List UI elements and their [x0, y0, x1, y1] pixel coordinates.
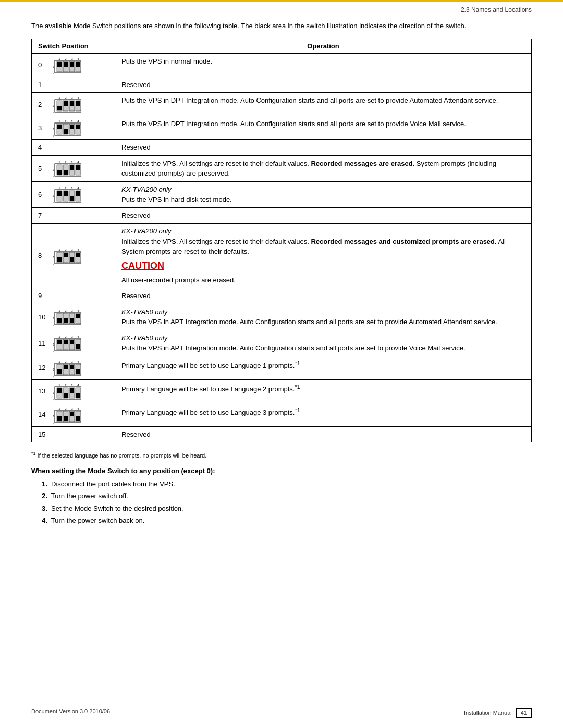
svg-rect-89	[76, 253, 80, 257]
position-cell: 10123401	[32, 304, 115, 330]
svg-rect-40	[64, 129, 68, 134]
svg-rect-29	[76, 101, 80, 106]
dip-switch-icon: 123401	[53, 308, 81, 326]
svg-text:4: 4	[77, 187, 79, 190]
svg-text:1: 1	[58, 360, 60, 363]
svg-rect-8	[57, 62, 62, 67]
switch-container: 13123401	[38, 382, 108, 400]
position-cell: 1	[32, 77, 115, 93]
footer-page: 41	[516, 708, 532, 718]
svg-text:0: 0	[53, 194, 54, 198]
svg-text:2: 2	[65, 384, 67, 387]
table-row: 14123401Primary Language will be set to …	[32, 403, 532, 426]
table-row: 13123401Primary Language will be set to …	[32, 379, 532, 403]
table-row: 9Reserved	[32, 288, 532, 304]
svg-rect-72	[70, 196, 74, 201]
position-number: 10	[38, 313, 48, 321]
svg-text:3: 3	[71, 384, 73, 387]
table-row: 4Reserved	[32, 140, 532, 156]
position-number: 2	[38, 101, 48, 108]
svg-text:1: 1	[58, 407, 60, 410]
svg-text:1: 1	[53, 422, 54, 424]
svg-rect-70	[64, 191, 68, 196]
operation-cell: Puts the VPS in DPT Integration mode. Au…	[115, 93, 532, 116]
table-row: 0123401Puts the VPS in normal mode.	[32, 53, 532, 77]
svg-text:1: 1	[58, 248, 60, 251]
table-row: 11123401KX-TVA50 onlyPuts the VPS in APT…	[32, 330, 532, 356]
table-row: 6123401KX-TVA200 onlyPuts the VPS in har…	[32, 181, 532, 207]
bold-operation-text: Recorded messages and customized prompts…	[311, 238, 496, 245]
operation-text: Puts the VPS in normal mode.	[121, 57, 212, 65]
list-item: 4. Turn the power switch back on.	[42, 515, 532, 526]
table-row: 1Reserved	[32, 77, 532, 93]
svg-rect-44	[76, 125, 80, 129]
position-cell: 7	[32, 207, 115, 224]
svg-text:1: 1	[53, 324, 54, 326]
footer-left: Document Version 3.0 2010/06	[31, 708, 110, 718]
svg-rect-104	[76, 314, 80, 318]
position-cell: 2123401	[32, 93, 115, 116]
switch-container: 4	[38, 143, 108, 151]
table-row: 3123401Puts the VPS in DPT Integration m…	[32, 116, 532, 140]
svg-text:1: 1	[53, 399, 54, 400]
svg-text:1: 1	[53, 176, 54, 177]
footnote: *1 If the selected language has no promp…	[31, 451, 532, 459]
dip-switch-icon: 123401	[53, 334, 81, 352]
svg-text:1: 1	[53, 375, 54, 377]
italic-label: KX-TVA200 only	[121, 227, 171, 235]
svg-text:3: 3	[71, 120, 73, 123]
operation-text: Initializes the VPS. All settings are re…	[121, 238, 311, 245]
position-number: 12	[38, 364, 48, 372]
svg-text:3: 3	[71, 309, 73, 312]
svg-text:0: 0	[53, 368, 54, 371]
switch-container: 1	[38, 81, 108, 89]
svg-rect-25	[64, 101, 68, 106]
svg-text:4: 4	[77, 161, 79, 164]
svg-rect-130	[64, 365, 68, 369]
svg-rect-85	[64, 253, 68, 257]
svg-rect-59	[76, 165, 80, 170]
dip-switch-icon: 123401	[53, 119, 81, 137]
position-number: 14	[38, 411, 48, 418]
footer-right: Installation Manual 41	[464, 708, 532, 718]
svg-text:0: 0	[53, 415, 54, 418]
svg-text:1: 1	[58, 57, 60, 60]
svg-text:0: 0	[53, 168, 54, 171]
switch-container: 8123401	[38, 247, 108, 265]
dip-switch-icon: 123401	[53, 56, 81, 74]
position-number: 15	[38, 430, 48, 438]
svg-rect-14	[76, 62, 80, 67]
svg-text:4: 4	[77, 120, 79, 123]
svg-rect-119	[76, 344, 80, 349]
operation-text: Reserved	[121, 81, 151, 89]
operation-text: Reserved	[121, 292, 151, 300]
svg-text:1: 1	[53, 112, 54, 113]
svg-text:1: 1	[53, 72, 54, 74]
operation-text: Primary Language will be set to use Lang…	[121, 409, 300, 416]
svg-rect-117	[70, 340, 74, 344]
switch-container: 6123401	[38, 186, 108, 203]
svg-rect-113	[57, 340, 62, 344]
dip-switch-icon: 123401	[53, 382, 81, 400]
position-cell: 6123401	[32, 181, 115, 207]
position-cell: 15	[32, 426, 115, 442]
position-cell: 9	[32, 288, 115, 304]
svg-text:3: 3	[71, 187, 73, 190]
position-number: 9	[38, 292, 48, 300]
operation-cell: Reserved	[115, 77, 532, 93]
svg-rect-83	[57, 257, 62, 262]
svg-rect-55	[64, 170, 68, 175]
svg-rect-128	[57, 369, 62, 374]
svg-text:1: 1	[58, 309, 60, 312]
operation-cell: KX-TVA50 onlyPuts the VPS in APT Integra…	[115, 330, 532, 356]
operation-cell: Reserved	[115, 140, 532, 156]
operation-text: Reserved	[121, 212, 151, 219]
svg-text:3: 3	[71, 96, 73, 100]
position-number: 11	[38, 339, 48, 347]
caution-note: All user-recorded prompts are erased.	[121, 276, 236, 284]
switch-container: 5123401	[38, 159, 108, 177]
svg-text:3: 3	[71, 57, 73, 60]
switch-container: 0123401	[38, 56, 108, 74]
position-cell: 11123401	[32, 330, 115, 356]
switch-container: 15	[38, 430, 108, 438]
